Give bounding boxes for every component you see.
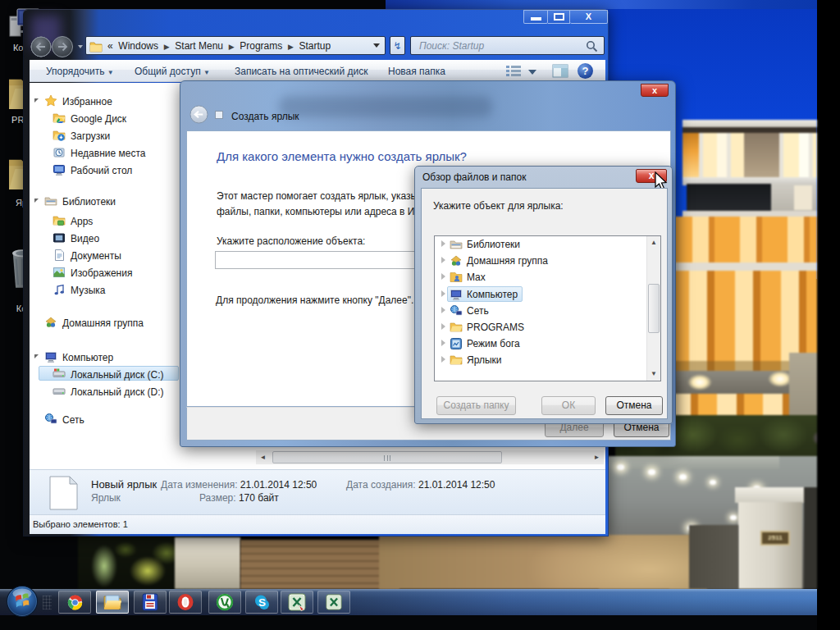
svg-text:S: S [258,596,266,609]
